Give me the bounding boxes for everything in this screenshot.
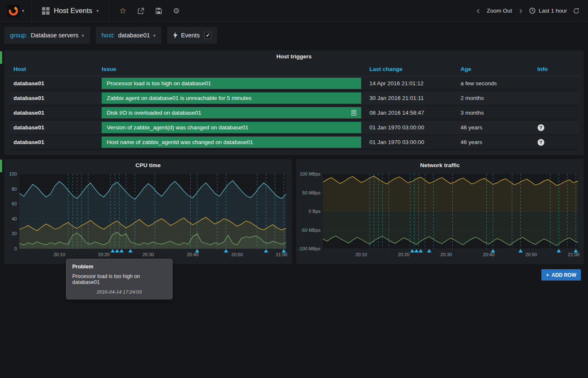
svg-text:20:50: 20:50	[525, 252, 537, 257]
refresh-icon	[573, 8, 580, 14]
svg-text:-100 MBps: -100 MBps	[298, 246, 321, 251]
trigger-issue-cell: Disk I/O is overloaded on database01	[97, 105, 365, 120]
time-controls: ‹ Zoom Out › Last 1 hour	[475, 0, 588, 21]
dashboard-settings-button[interactable]: ⚙	[173, 7, 180, 15]
add-row-button[interactable]: + ADD ROW	[541, 269, 581, 281]
panel-title[interactable]: Network traffic	[296, 159, 584, 171]
column-header-last-change[interactable]: Last change	[365, 63, 457, 76]
row-menu-handle[interactable]	[0, 51, 2, 64]
trigger-age: a few seconds	[456, 76, 533, 91]
variable-label: group:	[10, 32, 27, 39]
trigger-issue-cell: Host name of zabbix_agentd was changed o…	[97, 135, 365, 150]
share-dashboard-button[interactable]	[137, 8, 144, 14]
trigger-row: database01Zabbix agent on database01 is …	[9, 91, 579, 105]
trigger-age: 3 months	[456, 105, 533, 120]
trigger-last-change: 01 Jan 1970 03:00:00	[365, 135, 457, 150]
variable-value: Database servers	[31, 32, 79, 39]
events-checkbox[interactable]: ✓	[204, 32, 211, 39]
trigger-issue-text: Zabbix agent on database01 is unreachabl…	[107, 95, 251, 101]
column-header-issue[interactable]: Issue	[97, 63, 365, 76]
svg-text:50 MBps: 50 MBps	[302, 190, 321, 195]
trigger-info-cell: ?	[533, 135, 579, 150]
trigger-host: database01	[9, 135, 97, 150]
add-row-label: ADD ROW	[551, 272, 576, 278]
trigger-issue-badge[interactable]: Zabbix agent on database01 is unreachabl…	[102, 92, 361, 104]
triggers-table-body: database01Processor load is too high on …	[9, 76, 579, 150]
dashboard-row-graphs: CPU time 02040608010020:1020:2020:3020:4…	[4, 159, 584, 264]
star-icon: ☆	[119, 7, 126, 15]
trigger-info-cell	[533, 105, 579, 120]
panel-title[interactable]: CPU time	[4, 159, 292, 171]
svg-text:21:00: 21:00	[568, 252, 580, 257]
annotation-toggle-label: Events	[181, 32, 200, 39]
trigger-row: database01Host name of zabbix_agentd was…	[9, 135, 579, 150]
column-header-info[interactable]: Info	[533, 63, 579, 76]
svg-text:20:40: 20:40	[187, 252, 199, 257]
trigger-issue-badge[interactable]: Disk I/O is overloaded on database01	[102, 107, 361, 118]
trigger-age: 46 years	[456, 135, 533, 150]
zoom-out-button[interactable]: Zoom Out	[487, 8, 512, 14]
chevron-down-icon: ▾	[153, 33, 155, 38]
cpu-time-panel: CPU time 02040608010020:1020:2020:3020:4…	[4, 159, 292, 264]
host-triggers-panel: Host triggers HostIssueLast changeAgeInf…	[4, 50, 584, 155]
trigger-issue-badge[interactable]: Host name of zabbix_agentd was changed o…	[102, 136, 361, 148]
chevron-down-icon: ▾	[97, 8, 99, 13]
panel-title[interactable]: Host triggers	[4, 50, 584, 62]
cpu-time-graph[interactable]: 02040608010020:1020:2020:3020:4020:5021:…	[4, 171, 292, 260]
trigger-last-change: 30 Jan 2016 21:01:11	[365, 91, 457, 105]
column-header-age[interactable]: Age	[456, 63, 533, 76]
plus-icon: +	[546, 272, 549, 278]
svg-text:80: 80	[12, 186, 17, 192]
variable-dropdown-host[interactable]: host: database01 ▾	[96, 27, 161, 44]
trigger-issue-text: Version of zabbix_agent(d) was changed o…	[107, 124, 248, 131]
variable-dropdown-group[interactable]: group: Database servers ▾	[4, 27, 90, 44]
trigger-info-cell	[533, 76, 579, 91]
trigger-issue-badge[interactable]: Processor load is too high on database01	[102, 78, 361, 89]
trigger-age: 2 months	[456, 91, 533, 105]
grafana-menu-button[interactable]: ▾	[0, 0, 32, 21]
lightning-icon	[173, 32, 178, 39]
dashboard-title-menu[interactable]: Host Events ▾	[32, 0, 109, 21]
svg-text:20:20: 20:20	[98, 252, 110, 257]
trigger-issue-badge[interactable]: Version of zabbix_agent(d) was changed o…	[102, 122, 361, 133]
annotation-tooltip: Problem Processor load is too high on da…	[66, 259, 173, 299]
dashboard-row-triggers: Host triggers HostIssueLast changeAgeInf…	[4, 50, 584, 155]
trigger-issue-text: Processor load is too high on database01	[107, 80, 211, 87]
trigger-row: database01Processor load is too high on …	[9, 76, 579, 91]
grafana-logo-icon	[7, 5, 20, 17]
trigger-age: 46 years	[456, 120, 533, 135]
star-dashboard-button[interactable]: ☆	[119, 7, 126, 15]
share-icon	[137, 8, 144, 14]
time-shift-right-button[interactable]: ›	[518, 6, 523, 16]
svg-text:20:50: 20:50	[231, 252, 243, 257]
trigger-issue-text: Host name of zabbix_agentd was changed o…	[107, 139, 253, 145]
save-dashboard-button[interactable]	[155, 8, 162, 14]
svg-text:20:40: 20:40	[483, 252, 495, 257]
svg-text:40: 40	[12, 216, 17, 221]
column-header-host[interactable]: Host	[9, 63, 97, 76]
time-range-picker[interactable]: Last 1 hour	[529, 8, 567, 14]
time-shift-left-button[interactable]: ‹	[475, 6, 481, 16]
question-circle-icon[interactable]: ?	[538, 124, 544, 131]
trigger-issue-cell: Processor load is too high on database01	[97, 76, 365, 91]
svg-text:20:10: 20:10	[355, 252, 367, 257]
variable-value: database01	[118, 32, 150, 39]
trigger-row: database01Version of zabbix_agent(d) was…	[9, 120, 579, 135]
document-icon	[352, 110, 356, 116]
annotations-toggle-events[interactable]: Events ✓	[167, 27, 217, 44]
trigger-issue-cell: Zabbix agent on database01 is unreachabl…	[97, 91, 365, 105]
trigger-last-change: 14 Apr 2016 21:01:12	[365, 76, 457, 91]
network-traffic-graph[interactable]: 100 MBps50 MBps0 Bps-50 MBps-100 MBps20:…	[296, 171, 584, 260]
dashboard-grid-icon	[42, 7, 50, 15]
svg-text:20:30: 20:30	[142, 252, 154, 257]
refresh-button[interactable]	[573, 8, 580, 14]
dashboard-title: Host Events	[54, 7, 92, 15]
question-circle-icon[interactable]: ?	[538, 139, 544, 146]
row-menu-handle[interactable]	[0, 160, 2, 172]
chevron-down-icon: ▾	[22, 8, 24, 13]
tooltip-text: Processor load is too high on database01	[72, 273, 166, 285]
svg-text:100 MBps: 100 MBps	[299, 171, 320, 176]
svg-text:100: 100	[9, 171, 17, 176]
svg-text:-50 MBps: -50 MBps	[301, 228, 321, 233]
trigger-last-change: 01 Jan 1970 03:00:00	[365, 120, 457, 135]
